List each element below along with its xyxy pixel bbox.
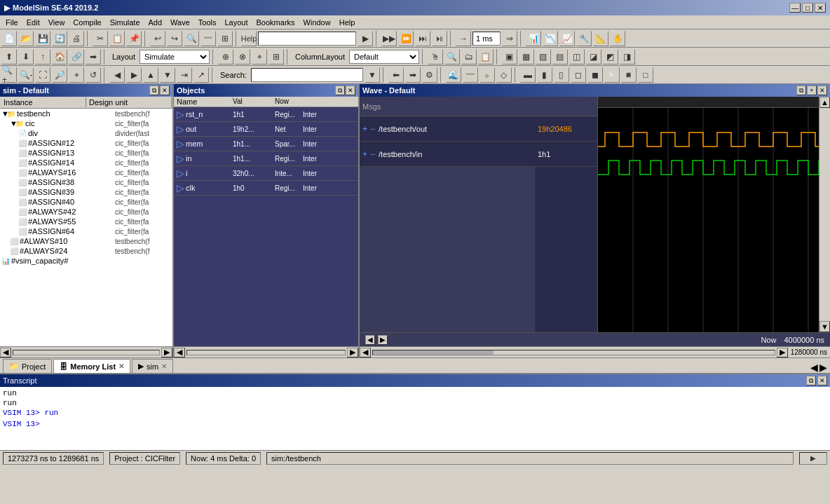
help-go-btn[interactable]: ▶ xyxy=(358,31,373,46)
obj-row-clk[interactable]: ▷ clk 1h0 Regi... Inter xyxy=(174,181,358,196)
tree-item-testbench[interactable]: ▼ 📁 testbench testbench(f xyxy=(0,109,172,118)
paste-btn[interactable]: 📌 xyxy=(126,31,142,46)
sim-step1[interactable]: → xyxy=(456,31,471,46)
obj-row-out[interactable]: ▷ out 19h2... Net Inter xyxy=(174,122,358,137)
scrollbar-track[interactable] xyxy=(13,350,160,355)
sim-ctrl2[interactable]: ⏩ xyxy=(398,31,414,46)
wave-vscroll-down[interactable]: ▼ xyxy=(819,321,830,332)
menu-window[interactable]: Window xyxy=(299,18,335,27)
tb2-icon3[interactable]: ⌖ xyxy=(252,49,267,64)
tb2-view2[interactable]: ▦ xyxy=(519,49,534,64)
wave-display-area[interactable] xyxy=(598,97,819,332)
tree-item-assign64[interactable]: ⬜ #ASSIGN#64 cic_filter(fa xyxy=(0,226,172,236)
menu-bookmarks[interactable]: Bookmarks xyxy=(252,18,299,27)
wave-tool3[interactable]: 📈 xyxy=(559,31,575,46)
nav-go-btn[interactable]: ↗ xyxy=(193,67,209,83)
tree-item-always16[interactable]: ⬜ #ALWAYS#16 cic_filter(fa xyxy=(0,168,172,177)
nav-up-btn[interactable]: ▲ xyxy=(143,67,158,83)
wave-float-btn[interactable]: + xyxy=(807,86,817,95)
menu-add[interactable]: Add xyxy=(144,18,167,27)
maximize-button[interactable]: □ xyxy=(802,3,813,13)
tb2-view8[interactable]: ◨ xyxy=(620,49,635,64)
tab-nav-btns[interactable]: ◀ ▶ xyxy=(810,362,827,373)
obj-scrollbar-track[interactable] xyxy=(186,350,346,355)
tb2-view1[interactable]: ▣ xyxy=(502,49,517,64)
menu-wave[interactable]: Wave xyxy=(166,18,194,27)
redo-btn[interactable]: ↪ xyxy=(167,31,182,46)
tb2-view6[interactable]: ◪ xyxy=(586,49,601,64)
wave-vscroll-track[interactable] xyxy=(819,108,830,321)
zoom-out-btn[interactable]: 🔍- xyxy=(18,67,34,83)
window-controls[interactable]: — □ ✕ xyxy=(789,3,826,13)
sim-time-input[interactable] xyxy=(472,32,501,46)
tb2-btn4[interactable]: 🏠 xyxy=(52,49,67,64)
wave-tool5[interactable]: 📐 xyxy=(593,31,608,46)
help-btn[interactable]: Help xyxy=(241,31,257,46)
wave-hscroll[interactable]: ◀ ▶ 1280000 ns xyxy=(360,346,830,357)
wave-vscroll-up[interactable]: ▲ xyxy=(819,97,830,108)
zoom-reset-btn[interactable]: ↺ xyxy=(86,67,101,83)
tree-item-assign13[interactable]: ⬜ #ASSIGN#13 cic_filter(fa xyxy=(0,148,172,158)
copy-btn[interactable]: 📋 xyxy=(109,31,125,46)
obj-row-rstn[interactable]: ▷ rst_n 1h1 Regi... Inter xyxy=(174,107,358,122)
wave-tool6[interactable]: ✋ xyxy=(610,31,625,46)
transcript-controls[interactable]: ⧉ ✕ xyxy=(806,376,827,386)
sim-hscroll[interactable]: ◀ ▶ xyxy=(0,346,172,357)
obj-row-in[interactable]: ▷ in 1h1... Regi... Inter xyxy=(174,151,358,166)
menu-layout[interactable]: Layout xyxy=(221,18,252,27)
obj-scroll-right[interactable]: ▶ xyxy=(347,348,358,357)
transcript-content[interactable]: run run VSIM 13> run VSIM 13> xyxy=(0,387,830,450)
wave-hscroll-left[interactable]: ◀ xyxy=(360,348,371,357)
menu-simulate[interactable]: Simulate xyxy=(106,18,144,27)
wave-nav-btns[interactable]: ◀ ▶ xyxy=(365,335,388,345)
disp-opt5[interactable]: ◼ xyxy=(587,67,603,83)
wave-nav-next[interactable]: ▶ xyxy=(378,335,388,345)
sim-tree[interactable]: ▼ 📁 testbench testbench(f ▼ 📁 cic cic_fi… xyxy=(0,109,172,346)
new-btn[interactable]: 📄 xyxy=(1,31,17,46)
tab-nav-left[interactable]: ◀ xyxy=(810,362,818,373)
cut-btn[interactable]: ✂ xyxy=(93,31,108,46)
col-layout-combo[interactable]: Default xyxy=(349,50,419,64)
srch-opt1[interactable]: ⚙ xyxy=(422,67,437,83)
menu-compile[interactable]: Compile xyxy=(69,18,105,27)
wave-hscroll-thumb[interactable] xyxy=(373,350,494,355)
search-go-btn[interactable]: ▼ xyxy=(365,67,380,83)
disp-opt7[interactable]: ◾ xyxy=(621,67,637,83)
status-indicator[interactable]: ▶ xyxy=(799,452,827,465)
zoom-cur-btn[interactable]: ⌖ xyxy=(69,67,84,83)
tab-memory-list[interactable]: 🗄 Memory List ✕ xyxy=(53,359,130,373)
sim-ctrl3[interactable]: ⏭ xyxy=(415,31,430,46)
wave-hscroll-right[interactable]: ▶ xyxy=(777,348,788,357)
sim-pane-float-btn[interactable]: ⧉ xyxy=(149,86,159,95)
tree-item-assign14[interactable]: ⬜ #ASSIGN#14 cic_filter(fa xyxy=(0,158,172,168)
sim-pane-close-btn[interactable]: ✕ xyxy=(160,86,170,95)
tb2-wave2[interactable]: 🔍 xyxy=(444,49,460,64)
nav-prev-btn[interactable]: ◀ xyxy=(109,67,125,83)
tb2-btn3[interactable]: ↑ xyxy=(35,49,50,64)
tb2-btn2[interactable]: ⬇ xyxy=(18,49,34,64)
tree-item-div[interactable]: 📄 div divider(fast xyxy=(0,128,172,138)
memory-tab-close[interactable]: ✕ xyxy=(118,362,124,370)
disp-opt8[interactable]: □ xyxy=(638,67,653,83)
objects-pane-controls[interactable]: ⧉ ✕ xyxy=(335,86,355,95)
tb2-view3[interactable]: ▧ xyxy=(536,49,551,64)
nav-end-btn[interactable]: ⇥ xyxy=(177,67,192,83)
transcript-float-btn[interactable]: ⧉ xyxy=(806,376,816,386)
nav-next-btn[interactable]: ▶ xyxy=(126,67,142,83)
menu-file[interactable]: File xyxy=(1,18,22,27)
wave-nav-prev[interactable]: ◀ xyxy=(365,335,375,345)
tab-nav-right[interactable]: ▶ xyxy=(819,362,827,373)
wave-vscroll[interactable]: ▲ ▼ xyxy=(819,97,830,332)
sim-ctrl1[interactable]: ▶▶ xyxy=(381,31,397,46)
tree-item-always24[interactable]: ⬜ #ALWAYS#24 testbench(f xyxy=(0,246,172,256)
disp-opt6[interactable]: ◽ xyxy=(604,67,620,83)
menu-edit[interactable]: Edit xyxy=(22,18,44,27)
srch-back-btn[interactable]: ⬅ xyxy=(388,67,404,83)
disp-opt1[interactable]: ▬ xyxy=(520,67,536,83)
nav-dn-btn[interactable]: ▼ xyxy=(160,67,175,83)
menu-view[interactable]: View xyxy=(44,18,69,27)
tb2-wave4[interactable]: 📋 xyxy=(478,49,494,64)
tree-item-assign38[interactable]: ⬜ #ASSIGN#38 cic_filter(fa xyxy=(0,177,172,187)
objects-close-btn[interactable]: ✕ xyxy=(346,86,355,95)
find-btn[interactable]: 🔍 xyxy=(184,31,199,46)
